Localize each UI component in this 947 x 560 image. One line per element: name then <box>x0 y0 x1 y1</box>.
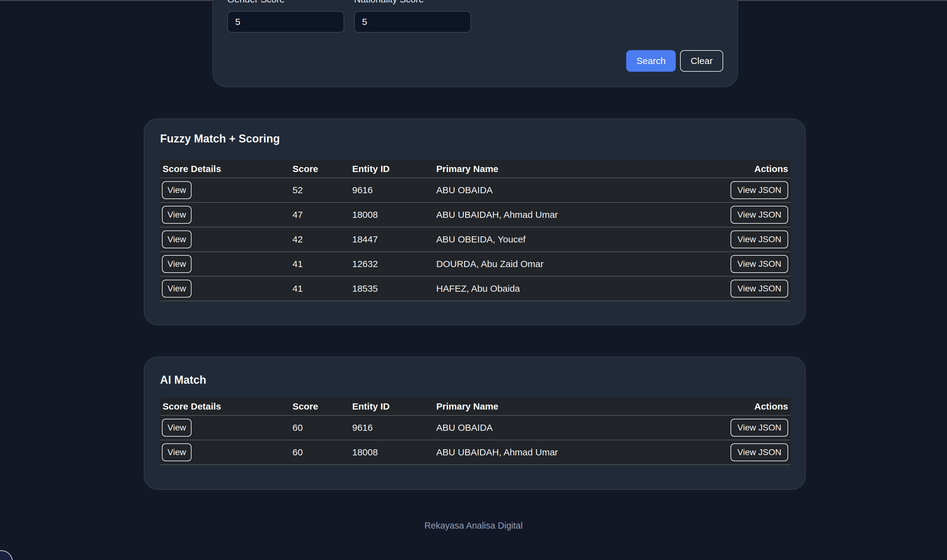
score-cell: 42 <box>290 227 350 252</box>
entity-id-cell: 9616 <box>350 178 434 203</box>
ai-match-card: AI Match Score Details Score Entity ID P… <box>144 357 806 490</box>
clear-button[interactable]: Clear <box>680 50 723 72</box>
view-score-details-button[interactable]: View <box>162 206 191 224</box>
view-score-details-button[interactable]: View <box>162 255 191 273</box>
col-header-entity-id: Entity ID <box>350 160 434 178</box>
col-header-actions: Actions <box>711 160 791 178</box>
score-cell: 41 <box>290 252 350 276</box>
table-header-row: Score Details Score Entity ID Primary Na… <box>160 397 791 415</box>
primary-name-cell: ABU OBAIDA <box>434 178 711 203</box>
gender-score-field-group: Gender Score <box>227 0 344 32</box>
ai-match-title: AI Match <box>160 372 790 388</box>
ai-match-table: Score Details Score Entity ID Primary Na… <box>160 397 791 465</box>
primary-name-cell: ABU UBAIDAH, Ahmad Umar <box>434 440 711 465</box>
table-row: View 60 18008 ABU UBAIDAH, Ahmad Umar Vi… <box>160 440 791 465</box>
window-corner-peek <box>0 550 13 560</box>
view-score-details-button[interactable]: View <box>162 280 191 297</box>
entity-id-cell: 9616 <box>350 415 434 440</box>
col-header-score: Score <box>290 397 350 415</box>
entity-id-cell: 18535 <box>350 276 434 301</box>
fuzzy-match-title: Fuzzy Match + Scoring <box>160 131 790 146</box>
search-button[interactable]: Search <box>626 50 676 72</box>
score-cell: 60 <box>290 415 350 440</box>
score-cell: 41 <box>290 276 350 301</box>
table-row: View 60 9616 ABU OBAIDA View JSON <box>160 415 791 440</box>
table-row: View 47 18008 ABU UBAIDAH, Ahmad Umar Vi… <box>160 203 791 227</box>
entity-id-cell: 18008 <box>350 440 434 465</box>
view-json-button[interactable]: View JSON <box>731 181 788 199</box>
primary-name-cell: ABU OBAIDA <box>434 415 711 440</box>
gender-score-input[interactable] <box>227 11 344 32</box>
primary-name-cell: ABU UBAIDAH, Ahmad Umar <box>434 203 711 227</box>
fuzzy-match-card: Fuzzy Match + Scoring Score Details Scor… <box>144 118 806 325</box>
form-buttons-row: Search Clear <box>227 50 723 72</box>
view-score-details-button[interactable]: View <box>162 231 191 248</box>
gender-score-label: Gender Score <box>227 0 344 5</box>
col-header-score-details: Score Details <box>160 160 290 178</box>
fuzzy-match-table: Score Details Score Entity ID Primary Na… <box>160 160 791 301</box>
nationality-score-input[interactable] <box>354 11 471 32</box>
view-json-button[interactable]: View JSON <box>731 419 788 437</box>
view-score-details-button[interactable]: View <box>162 419 191 437</box>
table-row: View 41 18535 HAFEZ, Abu Obaida View JSO… <box>160 276 791 301</box>
view-score-details-button[interactable]: View <box>162 443 191 461</box>
primary-name-cell: ABU OBEIDA, Youcef <box>434 227 711 252</box>
col-header-score: Score <box>290 160 350 178</box>
col-header-actions: Actions <box>711 397 791 415</box>
entity-id-cell: 12632 <box>350 252 434 276</box>
primary-name-cell: HAFEZ, Abu Obaida <box>434 276 711 301</box>
score-cell: 60 <box>290 440 350 465</box>
score-cell: 47 <box>290 203 350 227</box>
view-json-button[interactable]: View JSON <box>731 206 788 224</box>
nationality-score-field-group: Nationality Score <box>354 0 471 32</box>
col-header-score-details: Score Details <box>160 397 290 415</box>
nationality-score-label: Nationality Score <box>354 0 471 5</box>
score-cell: 52 <box>290 178 350 203</box>
table-row: View 41 12632 DOURDA, Abu Zaid Omar View… <box>160 252 791 276</box>
entity-id-cell: 18447 <box>350 227 434 252</box>
view-json-button[interactable]: View JSON <box>731 231 788 248</box>
col-header-entity-id: Entity ID <box>350 397 434 415</box>
table-row: View 42 18447 ABU OBEIDA, Youcef View JS… <box>160 227 791 252</box>
view-score-details-button[interactable]: View <box>162 181 191 199</box>
view-json-button[interactable]: View JSON <box>731 443 788 461</box>
search-form-card: Gender Score Nationality Score Search Cl… <box>213 0 738 87</box>
col-header-primary-name: Primary Name <box>434 397 711 415</box>
entity-id-cell: 18008 <box>350 203 434 227</box>
view-json-button[interactable]: View JSON <box>731 255 788 273</box>
footer-text: Rekayasa Analisa Digital <box>0 521 947 531</box>
col-header-primary-name: Primary Name <box>434 160 711 178</box>
view-json-button[interactable]: View JSON <box>731 280 788 297</box>
form-fields-row: Gender Score Nationality Score <box>227 0 723 32</box>
primary-name-cell: DOURDA, Abu Zaid Omar <box>434 252 711 276</box>
table-header-row: Score Details Score Entity ID Primary Na… <box>160 160 791 178</box>
table-row: View 52 9616 ABU OBAIDA View JSON <box>160 178 791 203</box>
